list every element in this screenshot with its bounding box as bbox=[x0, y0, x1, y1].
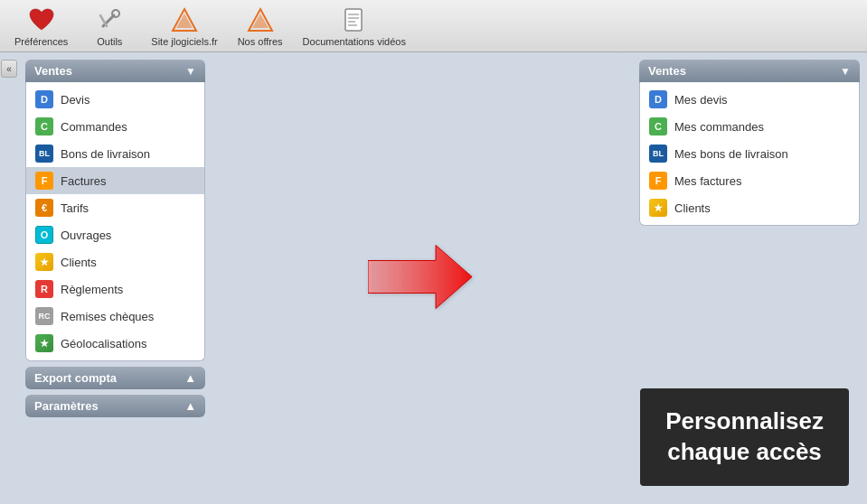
filter-icon: ▼ bbox=[185, 65, 196, 78]
ventes-list: D Devis C Commandes BL Bons de livraison… bbox=[25, 82, 205, 361]
svg-point-1 bbox=[112, 10, 119, 17]
parametres-label: Paramètres bbox=[34, 399, 99, 413]
toolbar-item-docs[interactable]: Documentations vidéos bbox=[297, 2, 411, 51]
svg-rect-7 bbox=[345, 9, 362, 31]
toolbar-docs-label: Documentations vidéos bbox=[303, 36, 406, 47]
ventes-section-header[interactable]: Ventes ▼ bbox=[25, 60, 205, 82]
tooltip-line1: Personnalisez bbox=[665, 406, 824, 437]
right-filter-icon: ▼ bbox=[840, 65, 851, 78]
list-item-reglements[interactable]: R Règlements bbox=[26, 275, 204, 303]
right-list-item-clients[interactable]: ★ Clients bbox=[640, 194, 859, 221]
commandes-icon: C bbox=[35, 117, 53, 135]
right-ventes-header[interactable]: Ventes ▼ bbox=[639, 60, 860, 82]
geo-icon: ★ bbox=[35, 334, 53, 352]
list-item-factures[interactable]: F Factures bbox=[26, 167, 204, 194]
right-bons-label: Mes bons de livraison bbox=[674, 147, 788, 161]
collapse-button[interactable]: « bbox=[0, 52, 18, 504]
clients-icon: ★ bbox=[35, 253, 53, 271]
list-item-ouvrages[interactable]: O Ouvrages bbox=[26, 221, 204, 248]
export-compta-section[interactable]: Export compta ▲ bbox=[25, 367, 205, 389]
list-item-bons[interactable]: BL Bons de livraison bbox=[26, 140, 204, 167]
right-commandes-icon: C bbox=[649, 117, 667, 135]
toolbar-item-preferences[interactable]: Préférences bbox=[9, 2, 73, 51]
tooltip-line2: chaque accès bbox=[665, 437, 824, 468]
toolbar: Préférences Outils Site jlogiciels.fr bbox=[0, 0, 867, 52]
right-list-item-mes-bons[interactable]: BL Mes bons de livraison bbox=[640, 140, 859, 167]
ouvrages-icon: O bbox=[35, 226, 53, 244]
parametres-section[interactable]: Paramètres ▲ bbox=[25, 395, 205, 417]
params-icon: ▲ bbox=[184, 399, 196, 413]
site-icon bbox=[170, 5, 199, 34]
left-panel: Ventes ▼ D Devis C Commandes BL Bons de … bbox=[18, 52, 212, 504]
right-panel: Ventes ▼ D Mes devis C Mes commandes BL … bbox=[632, 52, 867, 504]
right-factures-icon: F bbox=[649, 172, 667, 190]
factures-icon: F bbox=[35, 172, 53, 190]
list-item-geo[interactable]: ★ Géolocalisations bbox=[26, 330, 204, 357]
toolbar-offres-label: Nos offres bbox=[238, 36, 283, 47]
ventes-header-label: Ventes bbox=[34, 64, 72, 78]
bons-label: Bons de livraison bbox=[61, 147, 150, 161]
docs-icon bbox=[340, 5, 369, 34]
right-arrow bbox=[368, 241, 476, 316]
tarifs-icon: € bbox=[35, 199, 53, 217]
offres-icon bbox=[246, 5, 275, 34]
right-ventes-list: D Mes devis C Mes commandes BL Mes bons … bbox=[639, 82, 860, 226]
ouvrages-label: Ouvrages bbox=[61, 229, 111, 242]
list-item-tarifs[interactable]: € Tarifs bbox=[26, 194, 204, 221]
devis-icon: D bbox=[35, 90, 53, 108]
factures-label: Factures bbox=[61, 174, 107, 188]
export-compta-label: Export compta bbox=[34, 371, 117, 385]
list-item-clients[interactable]: ★ Clients bbox=[26, 248, 204, 275]
reglements-label: Règlements bbox=[61, 283, 123, 296]
tools-icon bbox=[95, 5, 124, 34]
right-ventes-section: Ventes ▼ D Mes devis C Mes commandes BL … bbox=[639, 60, 860, 226]
toolbar-item-site[interactable]: Site jlogiciels.fr bbox=[146, 2, 222, 51]
ventes-section: Ventes ▼ D Devis C Commandes BL Bons de … bbox=[25, 60, 205, 361]
bons-icon: BL bbox=[35, 145, 53, 163]
right-list-item-mes-factures[interactable]: F Mes factures bbox=[640, 167, 859, 194]
export-icon: ▲ bbox=[184, 371, 196, 385]
right-bons-icon: BL bbox=[649, 145, 667, 163]
tarifs-label: Tarifs bbox=[61, 201, 89, 215]
right-clients-icon: ★ bbox=[649, 199, 667, 217]
right-commandes-label: Mes commandes bbox=[674, 120, 764, 134]
devis-label: Devis bbox=[61, 93, 90, 107]
right-ventes-header-label: Ventes bbox=[648, 64, 686, 78]
list-item-devis[interactable]: D Devis bbox=[26, 86, 204, 113]
geo-label: Géolocalisations bbox=[61, 337, 146, 350]
list-item-remises[interactable]: RC Remises chèques bbox=[26, 303, 204, 330]
tooltip-box: Personnalisez chaque accès bbox=[640, 388, 849, 486]
toolbar-item-outils[interactable]: Outils bbox=[82, 2, 137, 51]
toolbar-site-label: Site jlogiciels.fr bbox=[151, 36, 217, 47]
right-factures-label: Mes factures bbox=[674, 174, 741, 188]
heart-icon bbox=[27, 5, 56, 34]
toolbar-item-offres[interactable]: Nos offres bbox=[232, 2, 288, 51]
collapse-symbol: « bbox=[6, 64, 12, 74]
list-item-commandes[interactable]: C Commandes bbox=[26, 113, 204, 140]
remises-label: Remises chèques bbox=[61, 310, 154, 323]
right-list-item-mes-devis[interactable]: D Mes devis bbox=[640, 86, 859, 113]
remises-icon: RC bbox=[35, 307, 53, 325]
reglements-icon: R bbox=[35, 280, 53, 298]
svg-marker-12 bbox=[368, 246, 472, 309]
right-devis-label: Mes devis bbox=[674, 93, 728, 107]
toolbar-outils-label: Outils bbox=[97, 36, 122, 47]
collapse-arrow-icon[interactable]: « bbox=[1, 60, 17, 78]
commandes-label: Commandes bbox=[61, 120, 127, 134]
clients-label: Clients bbox=[61, 256, 97, 269]
right-clients-label: Clients bbox=[674, 201, 711, 215]
toolbar-preferences-label: Préférences bbox=[14, 36, 68, 47]
right-list-item-mes-commandes[interactable]: C Mes commandes bbox=[640, 113, 859, 140]
right-devis-icon: D bbox=[649, 90, 667, 108]
center-area bbox=[212, 52, 632, 504]
main-area: « Ventes ▼ D Devis C Commandes BL bbox=[0, 52, 867, 504]
